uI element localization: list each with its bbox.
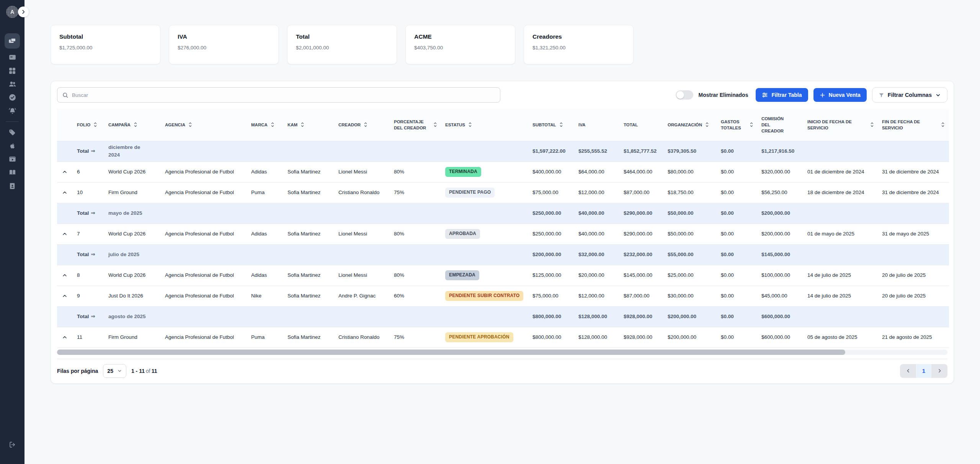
sidebar-item-catalog[interactable] — [7, 168, 17, 178]
column-header-creador[interactable]: CREADOR — [335, 109, 390, 141]
cell-kam — [284, 203, 335, 224]
sort-icon[interactable] — [433, 122, 438, 127]
cell-marca — [247, 203, 284, 224]
chevron-up-icon — [62, 231, 68, 237]
cell-marca: Adidas — [247, 162, 284, 182]
sidebar-item-apple[interactable] — [7, 141, 17, 151]
summary-card-label: Creadores — [532, 33, 625, 40]
pager: 1 — [900, 364, 947, 378]
cell-iva: $40,000.00 — [575, 203, 620, 224]
search-box[interactable] — [57, 87, 500, 103]
sort-icon[interactable] — [468, 122, 472, 127]
cell-subtotal: $1,597,222.00 — [529, 141, 575, 162]
cell-comision: $600,000.00 — [758, 327, 804, 348]
column-header-campana[interactable]: CAMPAÑA — [105, 109, 161, 141]
current-page-button[interactable]: 1 — [916, 364, 931, 378]
cell-fin: 31 de diciembre de 2024 — [878, 182, 949, 203]
cell-gastos: $0.00 — [717, 306, 758, 327]
sidebar-item-tags[interactable] — [7, 127, 17, 137]
show-deleted-toggle[interactable] — [676, 90, 693, 100]
new-sale-button[interactable]: Nueva Venta — [813, 88, 867, 102]
sort-icon[interactable] — [749, 122, 754, 127]
sidebar-item-components[interactable] — [7, 66, 17, 76]
column-header-agencia[interactable]: AGENCIA — [161, 109, 247, 141]
collapse-row-button[interactable] — [61, 230, 69, 238]
column-header-fin[interactable]: FIN DE FECHA DE SERVICIO — [878, 109, 949, 141]
column-header-inicio[interactable]: INICIO DE FECHA DE SERVICIO — [804, 109, 878, 141]
column-header-subtotal[interactable]: SUBTOTAL — [529, 109, 575, 141]
cell-folio: Total⇒ — [73, 141, 105, 162]
rows-per-page-select[interactable]: 25 — [103, 364, 126, 378]
collapse-row-button[interactable] — [61, 168, 69, 176]
cell-inicio: 18 de diciembre de 2024 — [804, 182, 878, 203]
search-input[interactable] — [72, 92, 495, 98]
collapse-row-button[interactable] — [61, 189, 69, 196]
collapse-row-button[interactable] — [61, 271, 69, 279]
sidebar-item-credit-card[interactable] — [7, 52, 17, 62]
bell-icon — [8, 107, 16, 115]
avatar[interactable]: A — [6, 6, 18, 18]
sidebar-item-contacts[interactable] — [7, 181, 17, 191]
column-header-porcentaje[interactable]: PORCENTAJE DEL CREADOR — [390, 109, 441, 141]
collapse-row-button[interactable] — [61, 292, 69, 300]
sort-icon[interactable] — [363, 122, 368, 127]
cell-creador — [335, 203, 390, 224]
column-header-gastos[interactable]: GASTOS TOTALES — [717, 109, 758, 141]
cell-gastos: $0.00 — [717, 265, 758, 286]
previous-page-button[interactable] — [900, 364, 916, 378]
sort-icon[interactable] — [941, 122, 945, 127]
sidebar-expand-button[interactable] — [18, 7, 29, 17]
pagination-of-label: of — [145, 368, 152, 374]
cell-campana: World Cup 2026 — [105, 162, 161, 182]
column-header-iva: IVA — [575, 109, 620, 141]
column-header-organizacion[interactable]: ORGANIZACIÓN — [664, 109, 717, 141]
sort-icon[interactable] — [559, 122, 564, 127]
column-header-kam[interactable]: KAM — [284, 109, 335, 141]
sidebar-item-logout[interactable] — [7, 439, 17, 449]
collapse-row-button[interactable] — [61, 333, 69, 341]
cell-inicio — [804, 203, 878, 224]
horizontal-scrollbar-thumb[interactable] — [57, 350, 845, 355]
table-toolbar: Mostrar Eliminados Filtrar Tabla Nueva V… — [51, 81, 954, 109]
horizontal-scrollbar[interactable] — [57, 350, 947, 355]
new-sale-label: Nueva Venta — [829, 92, 861, 98]
sort-icon[interactable] — [270, 122, 275, 127]
cell-comision: $320,000.00 — [758, 162, 804, 182]
sort-icon[interactable] — [133, 122, 138, 127]
chevron-left-icon — [905, 368, 911, 374]
cell-expand — [57, 265, 73, 286]
sidebar-item-approvals[interactable] — [7, 93, 17, 103]
cell-agencia — [161, 141, 247, 162]
cell-folio: 10 — [73, 182, 105, 203]
chevron-right-icon — [21, 9, 26, 15]
column-header-label: KAM — [287, 122, 297, 128]
filter-columns-button[interactable]: Filtrar Columnas — [872, 87, 947, 103]
column-header-estatus[interactable]: ESTATUS — [441, 109, 529, 141]
cell-folio: 6 — [73, 162, 105, 182]
filter-table-button[interactable]: Filtrar Tabla — [756, 88, 808, 102]
cell-total: $1,852,777.52 — [620, 141, 664, 162]
sidebar-item-videos[interactable] — [7, 154, 17, 164]
sidebar-item-users[interactable] — [7, 79, 17, 89]
chevron-up-icon — [62, 272, 68, 278]
tag-icon — [8, 129, 16, 136]
column-header-folio[interactable]: FOLIO — [73, 109, 105, 141]
table-row: 10Firm GroundAgencia Profesional de Futb… — [57, 182, 949, 203]
cell-creador: Andre P. Gignac — [335, 286, 390, 306]
cell-comision: $56,250.00 — [758, 182, 804, 203]
column-header-marca[interactable]: MARCA — [247, 109, 284, 141]
column-header-label: SUBTOTAL — [532, 122, 556, 128]
cell-iva: $128,000.00 — [575, 306, 620, 327]
arrow-right-icon: ⇒ — [91, 148, 95, 154]
sidebar-item-payments[interactable] — [5, 33, 20, 49]
sort-icon[interactable] — [93, 122, 98, 127]
next-page-button[interactable] — [931, 364, 947, 378]
cell-creador: Cristiano Ronaldo — [335, 182, 390, 203]
cell-inicio — [804, 141, 878, 162]
sort-icon[interactable] — [705, 122, 709, 127]
sort-icon[interactable] — [188, 122, 193, 127]
sort-icon[interactable] — [870, 122, 874, 127]
arrow-right-icon: ⇒ — [91, 314, 95, 319]
sidebar-item-notifications[interactable] — [7, 106, 17, 116]
sort-icon[interactable] — [300, 122, 305, 127]
